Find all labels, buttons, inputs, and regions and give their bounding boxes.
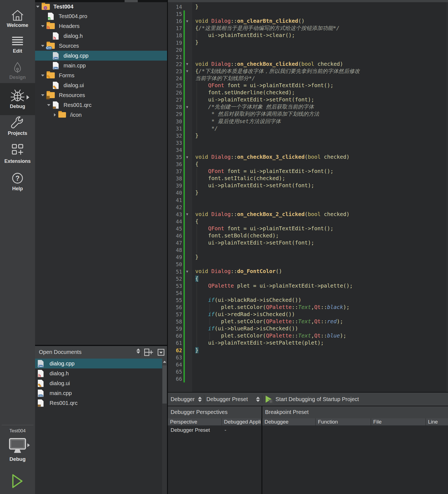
collapse-arrow-icon[interactable] [47,104,50,106]
code-line[interactable]: 66 [168,375,448,382]
sidebar-item-debug[interactable]: Debug [0,88,35,109]
column-header[interactable]: Function [316,418,371,426]
code-line[interactable]: 62} [168,347,448,354]
code-line[interactable]: 46 font.setBold(checked); [168,232,448,239]
fold-marker-icon[interactable]: ▼ [182,19,192,23]
fold-marker-icon[interactable]: ▼ [182,155,192,159]
column-header[interactable]: Perspective [168,418,222,426]
code-line[interactable]: 42 [168,204,448,211]
tree-row-folder[interactable]: ✎ Forms [35,70,167,80]
tree-row-file[interactable]: ✎ dialog.ui [35,80,167,90]
code-line[interactable]: 24当前字体的下划线部分*/ [168,75,448,82]
code-line[interactable]: 16▼void Dialog::on_clearBtn_clicked() [168,18,448,25]
tree-row-folder[interactable]: /icon [35,110,167,120]
debug-flyout-arrow-icon[interactable] [27,95,29,100]
code-line[interactable]: 64 [168,361,448,368]
fold-marker-icon[interactable]: ▼ [182,69,192,73]
code-line[interactable]: 38 font.setItalic(checked); [168,175,448,182]
code-line[interactable]: 57 if(ui->redRad->isChecked()) [168,311,448,318]
tree-scrollbar-thumb[interactable] [125,0,138,2]
tree-row-file[interactable]: qt Test004.pro [35,11,167,21]
code-line[interactable]: 23▼{/*下划线的本质是修改字体，所以我们要先拿到当前的字体然后修改 [168,68,448,75]
code-line[interactable]: 39 ui->plainTextEdit->setFont(font); [168,182,448,189]
code-line[interactable]: 45 QFont font = ui->plainTextEdit->font(… [168,225,448,232]
code-line[interactable]: 14} [168,3,448,10]
fold-marker-icon[interactable]: ▼ [182,270,192,273]
code-line[interactable]: 49} [168,254,448,261]
code-line[interactable]: 53 QPalette plet = ui->plainTextEdit->pa… [168,282,448,289]
code-line[interactable]: 56 plet.setColor(QPalette::Text,Qt::blac… [168,304,448,311]
code-line[interactable]: 59 if(ui->blueRad->isChecked()) [168,325,448,332]
tree-row-folder[interactable]: ▦ Resources [35,90,167,100]
tree-row-project[interactable]: ⚙ Test004 [35,2,167,11]
debugger-spin-icon[interactable] [198,397,202,402]
column-header[interactable]: File [371,418,426,426]
open-document-row[interactable]: C++ main.cpp [35,388,162,398]
debugger-dropdown[interactable]: Debugger [171,396,195,402]
code-line[interactable]: 37 QFont font = ui->plainTextEdit->font(… [168,168,448,175]
scrollbar-thumb[interactable] [162,365,167,404]
code-line[interactable]: 17{/*这里就相当于是用手动编写的方式给这个按钮添加功能*/ [168,25,448,32]
code-line[interactable]: 54 [168,289,448,297]
monitor-icon[interactable] [8,438,27,453]
collapse-arrow-icon[interactable] [41,94,44,96]
code-line[interactable]: 63 [168,354,448,361]
dropdown-box-icon[interactable] [157,348,165,356]
sidebar-item-welcome[interactable]: Welcome [0,9,35,28]
code-line[interactable]: 50 [168,261,448,268]
sidebar-item-projects[interactable]: Projects [0,116,35,136]
debugger-preset-dropdown[interactable]: Debugger Preset [206,396,248,402]
tree-row-file[interactable]: C++ main.cpp [35,61,167,70]
code-line[interactable]: 58 plet.setColor(QPalette::Text,Qt::red)… [168,318,448,325]
run-play-icon[interactable] [12,474,24,489]
table-row[interactable]: Debugger Preset - [168,426,448,434]
open-documents-scrollbar[interactable] [162,359,167,494]
collapse-arrow-icon[interactable] [36,6,39,8]
code-line[interactable]: 47 ui->plainTextEdit->setFont(font); [168,239,448,246]
code-line[interactable]: 29 * 然后对获取到的字体调用添加下划线的方法 [168,110,448,118]
sidebar-item-edit[interactable]: Edit [0,35,35,54]
code-line[interactable]: 41 [168,197,448,204]
code-line[interactable]: 20 [168,46,448,53]
start-debugging-button[interactable]: Start Debugging of Startup Project [275,396,359,402]
sidebar-item-extensions[interactable]: Extensions [0,143,35,164]
code-line[interactable]: 26 font.setUnderline(checked); [168,89,448,96]
code-line[interactable]: 61 ui->plainTextEdit->setPalette(plet); [168,339,448,347]
open-document-row[interactable]: ✎ dialog.ui [35,378,162,388]
code-line[interactable]: 35▼void Dialog::on_checkBox_3_clicked(bo… [168,154,448,161]
fold-marker-icon[interactable]: ▼ [182,212,192,216]
tree-row-folder[interactable]: h Headers [35,21,167,31]
tree-row-folder[interactable]: C++ Sources [35,41,167,51]
code-line[interactable]: 18 ui->plainTextEdit->clear(); [168,32,448,39]
code-line[interactable]: 28▼ /*先创建一个字体对象 然后获取当前的字体 [168,103,448,110]
tree-scrollbar-track[interactable] [35,0,167,2]
code-line[interactable]: 21 [168,53,448,61]
code-line[interactable]: 33 [168,139,448,146]
code-line[interactable]: 60 plet.setColor(QPalette::Text,Qt::blue… [168,332,448,339]
code-line[interactable]: 15 [168,10,448,18]
sort-updown-icon[interactable] [136,348,140,354]
column-header[interactable]: Debuggee [262,418,316,426]
open-document-row-selected[interactable]: C++ dialog.cpp [35,359,162,368]
code-line[interactable]: 25 QFont font = ui->plainTextEdit->font(… [168,82,448,89]
sidebar-item-help[interactable]: ? Help [0,172,35,192]
tree-row-file[interactable]: ▦ Res001.qrc [35,100,167,110]
tree-row-file-selected[interactable]: C++ dialog.cpp [35,51,167,61]
code-line[interactable]: 30 * 最后使用set方法设回字体 [168,118,448,125]
code-line[interactable]: 22▼void Dialog::on_checkBox_clicked(bool… [168,61,448,68]
expand-arrow-icon[interactable] [54,113,56,117]
fold-marker-icon[interactable]: ▼ [182,62,192,66]
column-header[interactable]: Line [426,418,448,426]
code-line[interactable]: 40} [168,189,448,196]
code-line[interactable]: 48 [168,246,448,254]
code-line[interactable]: 43▼void Dialog::on_checkBox_2_clicked(bo… [168,211,448,218]
code-line[interactable]: 51▼void Dialog::do_FontColor() [168,268,448,275]
code-line[interactable]: 34 [168,146,448,154]
code-line[interactable]: 55 if(ui->blackRad->isChecked()) [168,297,448,304]
code-line[interactable]: 19} [168,39,448,46]
code-line[interactable]: 65 [168,368,448,375]
code-line[interactable]: 32} [168,132,448,139]
fold-marker-icon[interactable]: ▼ [182,105,192,109]
start-debugging-icon[interactable] [265,394,273,404]
code-line[interactable]: 36{ [168,161,448,168]
